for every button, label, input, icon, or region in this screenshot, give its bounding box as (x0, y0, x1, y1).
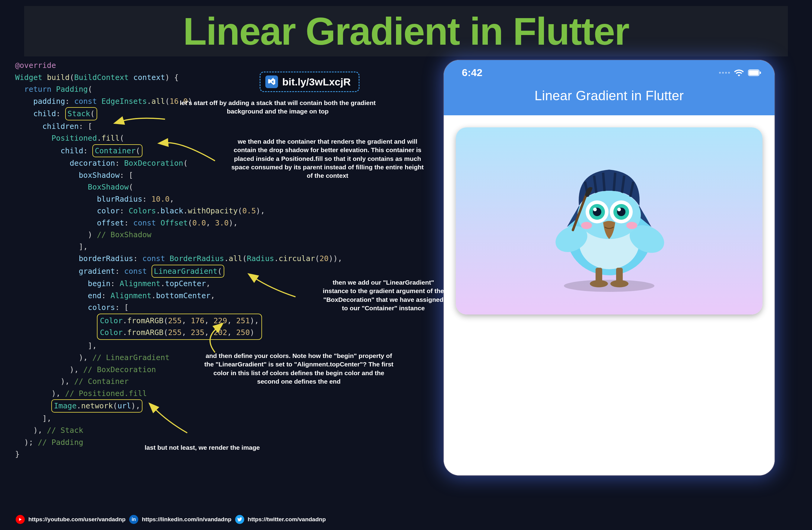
gradient-card (456, 127, 763, 314)
note-container: we then add the container that renders t… (231, 137, 424, 180)
note-image: last but not least, we render the image (115, 443, 290, 452)
code-panel: bit.ly/3wLxcjR @override Widget build(Bu… (15, 59, 409, 476)
bitly-link: bit.ly/3wLxcjR (282, 76, 351, 88)
note-colors: and then define your colors. Note how th… (202, 352, 395, 386)
twitter-icon[interactable] (235, 515, 244, 524)
note-stack: let's start off by adding a stack that w… (175, 99, 380, 116)
svg-rect-2 (760, 72, 761, 74)
note-lineargrad: then we add our "LinearGradient" instanc… (320, 278, 447, 312)
container-highlight: Container( (92, 144, 143, 158)
vscode-icon (265, 75, 278, 88)
battery-icon (748, 70, 761, 76)
bitly-badge[interactable]: bit.ly/3wLxcjR (260, 72, 360, 92)
svg-point-10 (590, 280, 608, 287)
appbar-title: Linear Gradient in Flutter (444, 80, 774, 115)
youtube-icon[interactable] (16, 515, 25, 524)
svg-point-3 (564, 280, 654, 292)
colors-highlight: Color.fromARGB(255, 176, 229, 251), Colo… (97, 313, 262, 340)
linkedin-icon[interactable]: in (129, 515, 138, 524)
status-bar: 6:42 (444, 60, 774, 80)
linkedin-link[interactable]: https://linkedin.com/in/vandadnp (142, 516, 232, 523)
wifi-icon (734, 69, 744, 76)
lineargradient-highlight: LinearGradient( (151, 265, 224, 278)
code-block: @override Widget build(BuildContext cont… (15, 59, 409, 460)
title-bar: Linear Gradient in Flutter (24, 6, 788, 56)
svg-point-20 (617, 208, 621, 211)
svg-point-22 (626, 222, 637, 229)
phone-preview: 6:42 Linear Gradient in Flutter (443, 59, 775, 476)
page-title: Linear Gradient in Flutter (24, 9, 788, 54)
svg-point-11 (610, 280, 628, 287)
footer-socials: https://youtube.com/user/vandadnp in htt… (16, 515, 326, 524)
svg-point-19 (593, 208, 597, 211)
twitter-link[interactable]: https://twitter.com/vandadnp (248, 516, 326, 523)
signal-dots-icon (719, 72, 730, 74)
svg-point-21 (581, 222, 592, 229)
image-highlight: Image.network(url), (51, 399, 143, 413)
youtube-link[interactable]: https://youtube.com/user/vandadnp (28, 516, 126, 523)
svg-rect-1 (749, 70, 758, 75)
status-time: 6:42 (462, 67, 482, 78)
dash-mascot-icon (543, 148, 676, 293)
stack-highlight: Stack( (65, 107, 97, 120)
